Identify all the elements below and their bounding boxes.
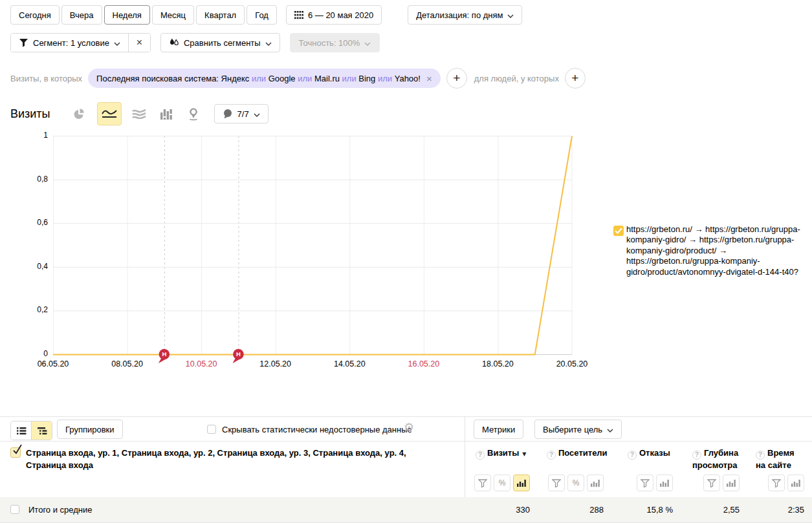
bars-tool-button[interactable] xyxy=(587,475,604,491)
compare-segments-button[interactable]: Сравнить сегменты xyxy=(160,33,280,52)
filter-tool-button[interactable] xyxy=(474,475,491,491)
filter-row: Визиты, в которых Последняя поисковая си… xyxy=(10,68,586,89)
tree-view-button[interactable] xyxy=(31,422,52,440)
metric-column-header[interactable]: ?Визиты▼ xyxy=(476,447,537,460)
condition-value: Последняя поисковая система: Яндекс xyxy=(96,74,249,83)
period-tab[interactable]: Неделя xyxy=(104,5,150,25)
y-tick-label: 0 xyxy=(0,349,48,358)
visits-filter-prefix: Визиты, в которых xyxy=(10,74,82,83)
bars-tool-button[interactable] xyxy=(513,475,530,491)
table-toolbar: Группировки Скрывать статистически недос… xyxy=(0,417,812,442)
period-tab[interactable]: Вчера xyxy=(61,5,102,25)
report-table-panel: Группировки Скрывать статистически недос… xyxy=(0,416,812,523)
yandex-metrica-report: СегодняВчераНеделяМесяцКварталГод 6 — 20… xyxy=(0,0,812,523)
filter-tool-button[interactable] xyxy=(637,475,653,491)
condition-value: Bing xyxy=(358,74,375,83)
bars-tool-button[interactable] xyxy=(656,475,673,491)
totals-checkbox[interactable] xyxy=(10,505,19,514)
period-tabs: СегодняВчераНеделяМесяцКварталГод xyxy=(10,5,277,25)
period-tab[interactable]: Месяц xyxy=(152,5,194,25)
add-visit-condition-button[interactable]: + xyxy=(446,68,467,89)
chevron-down-icon xyxy=(254,109,260,119)
chevron-down-icon xyxy=(507,10,514,20)
period-tab[interactable]: Квартал xyxy=(196,5,245,25)
stacked-area-chart-type-button[interactable] xyxy=(127,103,151,125)
speech-bubble-icon xyxy=(223,109,233,119)
grouping-row-checkbox-checked[interactable] xyxy=(10,447,21,458)
metrics-button[interactable]: Метрики xyxy=(474,420,523,439)
bars-tool-button[interactable] xyxy=(787,475,804,491)
chart-legend-item[interactable]: https://grbeton.ru/ → https://grbeton.ru… xyxy=(613,224,805,277)
toolbar-row-periods: СегодняВчераНеделяМесяцКварталГод 6 — 20… xyxy=(10,5,522,25)
chevron-down-icon xyxy=(607,425,613,434)
people-filter-prefix: для людей, у которых xyxy=(474,74,559,83)
totals-label: Итого и средние xyxy=(28,497,92,522)
visits-line-chart[interactable]: НН xyxy=(53,136,572,364)
metric-tools xyxy=(703,475,740,491)
hide-unreliable-checkbox[interactable] xyxy=(207,425,216,434)
metric-column-header[interactable]: ?Время на сайте xyxy=(756,447,796,471)
period-tab[interactable]: Сегодня xyxy=(10,5,60,25)
svg-text:Н: Н xyxy=(236,350,241,358)
sort-desc-icon: ▼ xyxy=(522,451,526,457)
map-pin-chart-type-button[interactable] xyxy=(182,103,205,125)
date-range-button[interactable]: 6 — 20 мая 2020 xyxy=(286,5,382,25)
condition-value: Google xyxy=(269,74,296,83)
help-icon: ? xyxy=(476,451,485,460)
calendar-grid-icon xyxy=(294,11,303,19)
date-range-label: 6 — 20 мая 2020 xyxy=(308,10,373,20)
list-view-button[interactable] xyxy=(11,422,31,440)
chevron-down-icon xyxy=(114,38,120,48)
line-chart-type-button[interactable] xyxy=(97,102,122,125)
y-tick-label: 1 xyxy=(0,131,48,140)
detail-button[interactable]: Детализация: по дням xyxy=(408,5,522,25)
segment-button[interactable]: Сегмент: 1 условие xyxy=(11,34,128,52)
y-tick-label: 0,2 xyxy=(0,305,48,314)
total-value: 2,55 xyxy=(677,497,740,522)
segment-button-group: Сегмент: 1 условие × xyxy=(10,33,151,52)
filter-tool-button[interactable] xyxy=(703,475,720,491)
column-chart-type-button[interactable] xyxy=(155,103,178,125)
total-value: 288 xyxy=(531,497,604,522)
chart-header: Визиты xyxy=(10,102,269,125)
choose-goal-button[interactable]: Выберите цель xyxy=(534,420,622,439)
metric-column-header[interactable]: ?Отказы xyxy=(628,447,679,460)
pie-chart-type-button[interactable] xyxy=(67,103,91,125)
x-tick-label: 20.05.20 xyxy=(543,359,601,368)
bars-tool-button[interactable] xyxy=(723,475,740,491)
chevron-down-icon xyxy=(265,38,272,48)
segment-condition-text: Последняя поисковая система: Яндекс или … xyxy=(96,74,421,83)
period-tab[interactable]: Год xyxy=(247,5,277,25)
grouping-row-label[interactable]: Страница входа, ур. 1, Страница входа, у… xyxy=(26,447,445,471)
legend-checkbox-checked[interactable] xyxy=(613,226,624,236)
x-axis-labels: 06.05.2008.05.2010.05.2012.05.2014.05.20… xyxy=(53,359,572,370)
compare-segments-label: Сравнить сегменты xyxy=(184,38,261,48)
svg-text:Н: Н xyxy=(162,350,166,358)
metric-tools: % xyxy=(474,475,530,491)
filter-tool-button[interactable] xyxy=(548,475,565,491)
percent-tool-button[interactable]: % xyxy=(567,475,584,491)
add-people-condition-button[interactable]: + xyxy=(565,68,586,89)
segment-remove-button[interactable]: × xyxy=(128,34,150,52)
accuracy-chip: Точность: 100% xyxy=(290,33,380,52)
metric-column-header[interactable]: ?Глубина просмотра xyxy=(692,447,739,471)
annotations-count: 7/7 xyxy=(237,109,249,119)
x-tick-label: 08.05.20 xyxy=(98,359,157,368)
percent-tool-button[interactable]: % xyxy=(494,475,510,491)
metric-column-header[interactable]: ?Посетители xyxy=(547,447,608,460)
segment-label: Сегмент: 1 условие xyxy=(33,38,109,48)
condition-value: Yahoo! xyxy=(395,74,421,83)
total-value: 15,8 % xyxy=(612,497,673,522)
help-icon: ? xyxy=(547,451,556,460)
segment-condition-pill[interactable]: Последняя поисковая система: Яндекс или … xyxy=(88,69,441,88)
series-line xyxy=(53,136,572,355)
filter-tool-button[interactable] xyxy=(768,475,785,491)
hide-unreliable-label: Скрывать статистически недостоверные дан… xyxy=(222,425,412,434)
gear-icon[interactable]: ⚙ xyxy=(404,420,414,434)
groupings-button[interactable]: Группировки xyxy=(57,420,123,439)
or-connector: или xyxy=(378,74,392,83)
condition-remove-icon[interactable]: × xyxy=(426,73,432,84)
metric-tools xyxy=(768,475,804,491)
total-value: 330 xyxy=(460,497,530,522)
annotations-button[interactable]: 7/7 xyxy=(214,104,269,123)
